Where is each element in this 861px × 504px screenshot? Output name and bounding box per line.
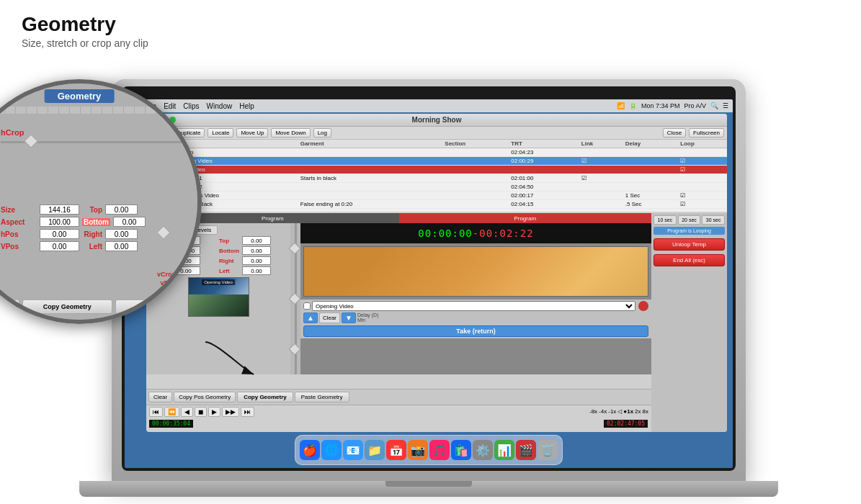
up-button[interactable]: ▲ <box>303 312 318 323</box>
circle-aspect-label: Aspect <box>1 218 37 226</box>
dock-calendar[interactable]: 📅 <box>386 440 406 460</box>
dock-mail[interactable]: 📧 <box>343 440 363 460</box>
circle-hpos-val: 0.00 <box>40 229 79 239</box>
transport-prev[interactable]: ◀ <box>181 407 193 417</box>
window-title: Morning Show <box>412 116 462 124</box>
circle-right-label: Right <box>82 230 102 238</box>
right-input[interactable] <box>242 256 271 265</box>
down-button[interactable]: ▼ <box>342 312 356 323</box>
dock: 🍎 🌐 📧 📁 📅 📸 🎵 🛍️ ⚙️ 📊 🎬 🗑️ <box>295 435 563 465</box>
app-titlebar: Morning Show <box>146 114 727 127</box>
speed-8x[interactable]: 8x <box>643 408 648 415</box>
top-label: Top <box>219 238 241 244</box>
menu-icon[interactable]: ☰ <box>723 102 728 109</box>
search-icon[interactable]: 🔍 <box>710 102 718 109</box>
take-return-button[interactable]: Take (return) <box>303 325 648 337</box>
dock-appstore[interactable]: 🛍️ <box>451 440 471 460</box>
speed-neg1[interactable]: -1x <box>608 408 616 415</box>
time-10-button[interactable]: 10 sec <box>653 215 677 225</box>
clear-geo-button[interactable]: Clear <box>148 392 172 402</box>
unloop-temp-button[interactable]: Unloop Temp <box>653 238 725 251</box>
locate-button[interactable]: Locate <box>208 128 233 138</box>
table-row[interactable]: Interview 2 02:04:50 <box>146 183 727 192</box>
dock-trash[interactable]: 🗑️ <box>537 440 558 460</box>
thumb-diamond-2 <box>289 293 301 305</box>
transport-stop[interactable]: ◼ <box>195 407 207 417</box>
v-slider-thumb-1[interactable] <box>290 243 301 253</box>
table-row[interactable]: Interview 1 Starts in black 02:01:00 ☑ <box>146 174 727 183</box>
col-trt: TRT <box>508 140 579 148</box>
end-all-button[interactable]: End All (esc) <box>653 254 725 266</box>
copy-pos-geometry-button[interactable]: Copy Pos Geometry <box>174 392 236 402</box>
circle-copy-geometry-button[interactable]: Copy Geometry <box>22 300 113 314</box>
hcrop-thumb[interactable] <box>26 136 36 146</box>
menu-help[interactable]: Help <box>239 102 254 110</box>
transport-back[interactable]: ⏪ <box>164 407 179 417</box>
dock-music[interactable]: 🎵 <box>429 440 450 460</box>
circle-fields: Size 144.16 Top 0.00 Aspect 100.00 Botto… <box>1 204 192 253</box>
circle-vpos-label: VPos <box>1 243 37 251</box>
clip-select[interactable]: Opening Video <box>312 301 635 311</box>
playlist-toolbar: ◀ ▶ Duplicate Locate Move Up Move Down L… <box>146 127 727 140</box>
right-panel: 10 sec 20 sec 30 sec Program is Looping … <box>651 213 727 432</box>
dock-pro-av[interactable]: 🎬 <box>516 440 536 460</box>
top-input[interactable] <box>242 236 271 245</box>
circle-left-label: Left <box>82 243 102 251</box>
circle-paste-button[interactable]: Pa... <box>115 300 192 314</box>
speed-back[interactable]: ◁ <box>617 408 622 415</box>
table-row[interactable]: Employees Video 02:00:17 1 Sec ☑ <box>146 192 727 200</box>
playlist-table: # Title Garment Section TRT Link Delay L… <box>146 140 727 209</box>
program-preview: 00:00:00-00:02:22 Opening Video <box>300 223 651 374</box>
transport-next[interactable]: ▶▶ <box>222 407 239 417</box>
speed-neg4[interactable]: -4x <box>599 408 607 415</box>
clip-checkbox[interactable] <box>303 302 311 310</box>
transport-rewind[interactable]: ⏮ <box>149 407 163 417</box>
clear-button[interactable]: Clear <box>319 312 340 323</box>
video-label: Opening Video <box>202 279 235 285</box>
dock-finder[interactable]: 🍎 <box>300 440 320 460</box>
macbook-base-notch <box>385 481 472 487</box>
dock-activity[interactable]: 📊 <box>494 440 514 460</box>
hcrop-label: hCrop <box>1 128 24 137</box>
circle-bottom-buttons: try Copy Geometry Pa... <box>0 300 192 314</box>
bottom-label: Bottom <box>219 248 241 254</box>
v-slider-thumb-3[interactable] <box>290 344 301 354</box>
copy-geometry-button[interactable]: Copy Geometry <box>237 392 293 402</box>
screen-bezel: 🍎 File Edit Clips Window Help 📶 🔋 Mon 7:… <box>122 86 736 471</box>
page-title: Geometry <box>22 13 148 36</box>
speed-neg8[interactable]: -8x <box>589 408 597 415</box>
paste-geometry-button[interactable]: Paste Geometry <box>295 392 349 402</box>
transport-play[interactable]: ▶ <box>208 407 220 417</box>
circle-size-val: 144.16 <box>40 204 79 215</box>
transport-end[interactable]: ⏭ <box>241 407 254 417</box>
time-20-button[interactable]: 20 sec <box>678 215 701 225</box>
table-row[interactable]: Video Video ☑ <box>146 166 727 174</box>
clip-indicator <box>638 301 648 311</box>
fullscreen-button[interactable]: Fullscreen <box>689 128 724 138</box>
log-button[interactable]: Log <box>313 128 331 138</box>
move-up-button[interactable]: Move Up <box>236 128 268 138</box>
dock-photos[interactable]: 📸 <box>408 440 428 460</box>
left-input[interactable] <box>242 266 271 275</box>
table-row[interactable]: Opening Video 02:00:29 ☑ ☑ <box>146 157 727 166</box>
v-slider-thumb-2[interactable] <box>290 294 301 304</box>
move-down-button[interactable]: Move Down <box>271 128 310 138</box>
circle-hpos-row: hPos 0.00 Right 0.00 <box>1 229 192 239</box>
speed-2x[interactable]: 2x <box>635 408 641 415</box>
circle-bottom-label: Bottom <box>82 218 110 226</box>
table-row[interactable]: Walk In 02:04:23 <box>146 148 727 157</box>
dock-files[interactable]: 📁 <box>365 440 385 460</box>
dock-safari[interactable]: 🌐 <box>321 440 342 460</box>
menu-window[interactable]: Window <box>207 102 233 110</box>
table-row[interactable]: Welcome Back False ending at 0:20 02:04:… <box>146 200 727 209</box>
speed-1x[interactable]: ●1x <box>623 408 633 415</box>
dock-settings[interactable]: ⚙️ <box>473 440 493 460</box>
program-bottom: Opening Video ▲ Clear ▼ Delay (D)Min Tak… <box>300 300 651 338</box>
circle-bottom-val: 0.00 <box>113 217 146 227</box>
circle-try-button[interactable]: try <box>0 300 19 314</box>
thumb-diamond-3 <box>289 343 301 356</box>
time-30-button[interactable]: 30 sec <box>702 215 725 225</box>
close-button-pl[interactable]: Close <box>663 128 686 138</box>
circle-vpos-row: VPos 0.00 Left 0.00 <box>1 241 192 251</box>
bottom-input[interactable] <box>242 246 271 255</box>
